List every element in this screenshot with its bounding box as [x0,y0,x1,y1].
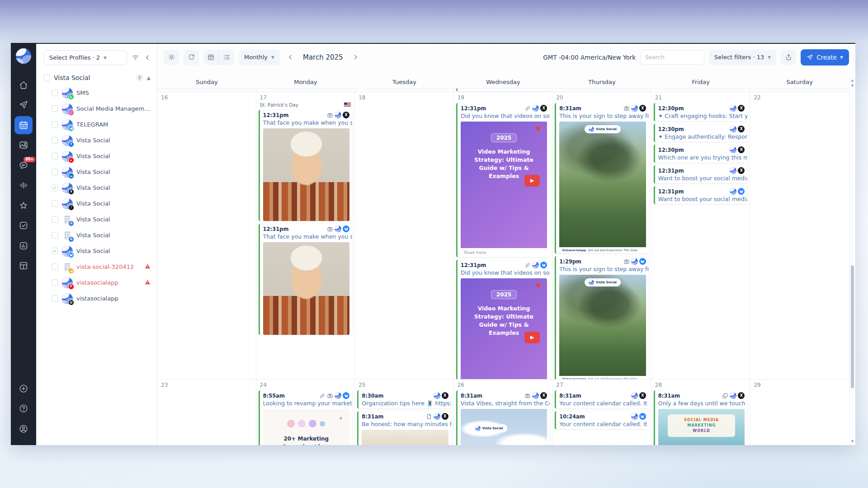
profile-row[interactable]: GVista Social [36,227,157,243]
scroll-down-icon[interactable]: ▼ [849,440,855,443]
select-filters-dropdown[interactable]: Select filters · 13 ▼ [709,50,776,65]
profile-row[interactable]: fVista Social [36,132,157,148]
view-toggle [203,50,234,65]
profile-group-badge: 2 [136,74,143,81]
list-view-button[interactable] [219,50,234,65]
scheduled-post-card[interactable]: 8:31amXThis is your sign to step away fr… [555,103,649,253]
profile-checkbox[interactable] [52,153,58,160]
profile-row[interactable]: ♪Vista Social [36,196,157,211]
nav-item-account[interactable] [14,420,33,438]
profile-checkbox[interactable] [52,137,58,144]
nav-item-inbox[interactable]: 99+ [14,156,33,174]
select-profiles-dropdown[interactable]: Select Profiles · 2 ▼ [43,50,127,65]
chevron-up-icon[interactable]: ▲ [147,75,151,81]
scheduled-post-card[interactable]: 12:31pmXThat face you make when you see… [259,110,353,221]
search-input[interactable] [640,50,704,65]
export-button[interactable] [781,50,796,65]
scheduled-post-card[interactable]: 8:31amXOnly a few days until we touch do… [654,390,748,445]
scroll-up-icon[interactable]: ▲ [849,79,855,82]
nav-item-tasks[interactable] [14,216,33,235]
scheduled-post-card[interactable]: 12:31pmWant to boost your social media i… [654,186,748,204]
post-title: Did you know that videos on socia… [458,268,550,278]
post-media-video2025: 2025Video MarketingStrategy: UltimateGui… [461,122,547,257]
profile-row[interactable]: ▶Vista Social [36,148,157,164]
scheduled-post-card[interactable]: 12:31pmXDid you know that videos on soci… [456,103,550,257]
post-icons [327,225,349,232]
profile-row[interactable]: GVista Social [36,211,157,227]
scheduled-post-card[interactable]: 8:31amXVista Vibes, straight from the Co… [456,390,550,445]
scheduled-post-card[interactable]: 12:30pmX✦ Engage authentically: Respond … [654,124,748,142]
create-button[interactable]: Create ▼ [801,49,849,66]
group-checkbox[interactable] [43,75,50,81]
scheduled-post-card[interactable]: 12:30pmXWhich one are you trying this mo… [654,145,748,163]
profile-row[interactable]: inVista Social [36,164,157,180]
profile-checkbox[interactable] [52,295,58,302]
profile-row[interactable]: @vistasocialapp [36,291,157,306]
conference-sign: SOCIAL MEDIAMARKETINGWORLD [668,414,735,437]
nav-item-media[interactable] [14,136,33,154]
scheduled-post-card[interactable]: 12:31pmDid you know that videos on socia… [456,260,550,379]
date-number: 27 [552,380,651,389]
scheduled-post-card[interactable]: 12:31pmXWant to boost your social media … [654,165,748,183]
profile-row[interactable]: ✓Vista Social [36,243,157,259]
profile-checkbox[interactable] [52,216,58,223]
filter-profiles-icon[interactable] [132,54,139,61]
day-cell-26: 268:31amXVista Vibes, straight from the … [454,380,553,445]
profile-checkbox[interactable] [52,121,58,128]
notification-badge: 99+ [24,157,35,162]
scheduled-post-card[interactable]: 8:31amXBe honest: how many minutes hav… [357,411,451,445]
view-mode-dropdown[interactable]: Monthly ▼ [239,50,280,65]
profile-checkbox[interactable] [52,232,58,239]
profile-checkbox[interactable] [52,169,58,175]
nav-item-help[interactable] [14,399,33,418]
profile-checkbox[interactable] [52,89,58,96]
profile-row[interactable]: SMS [36,85,157,101]
nav-item-create-new[interactable] [14,380,33,398]
post-icons: X [434,392,448,399]
day-cell-28: 288:31amXOnly a few days until we touch … [651,380,750,445]
profile-checkbox[interactable] [52,105,58,112]
profile-checkbox[interactable] [52,263,58,270]
vista-social-logo[interactable] [16,48,31,64]
scrollbar-thumb[interactable] [851,265,854,388]
profile-row[interactable]: TELEGRAM [36,117,157,132]
profile-row[interactable]: Pvistasocialapp [36,275,157,291]
calendar-view-button[interactable] [203,50,219,65]
scroll-down-icon[interactable]: ▼ [849,84,855,88]
profile-avatar: @ [62,293,73,304]
nav-item-publish[interactable] [14,96,33,114]
profile-row[interactable]: Social Media Managem… [36,101,157,117]
vista-social-avatar [631,258,638,265]
scheduled-post-card[interactable]: 8:31amXYour content calendar called. It … [555,390,649,408]
profile-checkbox[interactable] [52,279,58,286]
nav-item-reviews[interactable] [14,197,33,215]
profile-checkbox[interactable] [52,200,58,207]
scheduled-post-card[interactable]: 8:55amLooking to revamp your marketing…✦… [259,390,353,445]
partial-event-sliver[interactable] [456,89,550,91]
next-month-button[interactable] [349,54,362,61]
nav-item-boards[interactable] [14,257,33,275]
profile-checkbox[interactable]: ✓ [52,184,58,191]
scheduled-post-card[interactable]: 8:30amXOrganization tips here 🧵 https://… [357,390,451,408]
scheduled-post-card[interactable]: 12:31pmThat face you make when you see… [259,224,353,335]
refresh-button[interactable] [184,50,199,65]
nav-item-calendar[interactable] [14,116,33,134]
profile-checkbox[interactable]: ✓ [52,248,58,254]
post-media-harold [263,242,350,335]
prev-month-button[interactable] [284,54,297,61]
profile-label: TELEGRAM [76,121,108,128]
scheduled-post-card[interactable]: 1:29pmThis is your sign to step away fro… [555,256,649,379]
nav-item-listening[interactable] [14,176,33,194]
scheduled-post-card[interactable]: 10:24amYour content calendar called. It … [555,411,649,429]
profile-row[interactable]: vista-social-320412 [36,259,157,275]
collapse-panel-icon[interactable] [144,54,151,61]
scheduled-post-card[interactable]: 12:30pmX✦ Craft engaging hooks: Start yo… [654,103,748,121]
bluesky-network-chip [639,258,646,265]
nav-item-home[interactable] [14,76,33,94]
nav-item-reports[interactable] [14,237,33,255]
profile-group-row[interactable]: Vista Social 2 ▲ [36,72,157,85]
settings-gear-button[interactable] [164,50,179,65]
app-window: 99+ Select Profiles · 2 ▼ Vista Social 2… [11,43,855,445]
post-card-header: 8:31amX [556,103,649,112]
profile-row[interactable]: ✓XVista Social [36,180,157,196]
